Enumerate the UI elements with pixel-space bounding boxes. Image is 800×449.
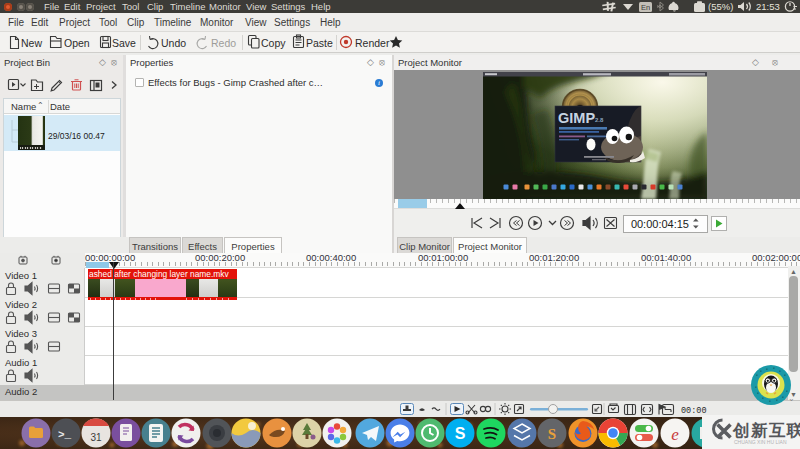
svg-text:00:00: 00:00 bbox=[681, 406, 707, 416]
svg-text:●: ● bbox=[757, 391, 759, 395]
svg-text:S: S bbox=[455, 425, 466, 442]
svg-text:00:00:04:15: 00:00:04:15 bbox=[631, 218, 689, 230]
svg-text:31: 31 bbox=[90, 432, 102, 443]
svg-text:En: En bbox=[641, 3, 650, 12]
svg-text:●: ● bbox=[779, 369, 781, 373]
svg-text:创新互联: 创新互联 bbox=[732, 421, 800, 439]
svg-text:●: ● bbox=[755, 385, 757, 389]
svg-text:CHUANG XIN HU LIAN: CHUANG XIN HU LIAN bbox=[734, 439, 787, 445]
svg-text:2.8: 2.8 bbox=[595, 117, 604, 123]
svg-text:●: ● bbox=[776, 398, 778, 402]
svg-text:●: ● bbox=[756, 373, 758, 377]
svg-text:●: ● bbox=[760, 369, 762, 373]
svg-text:●: ● bbox=[782, 395, 784, 399]
svg-text:●: ● bbox=[773, 366, 775, 370]
svg-text:(55%): (55%) bbox=[708, 1, 733, 12]
svg-text:●: ● bbox=[762, 396, 764, 400]
svg-text:S: S bbox=[548, 426, 556, 442]
svg-text:●: ● bbox=[784, 373, 786, 377]
svg-text:e: e bbox=[671, 425, 679, 444]
svg-text:●: ● bbox=[786, 389, 788, 393]
svg-text:GIMP: GIMP bbox=[558, 110, 595, 126]
svg-text:●: ● bbox=[769, 399, 771, 403]
svg-text:●: ● bbox=[766, 367, 768, 371]
svg-text:>_: >_ bbox=[58, 429, 72, 441]
svg-text:21:53: 21:53 bbox=[756, 1, 780, 12]
